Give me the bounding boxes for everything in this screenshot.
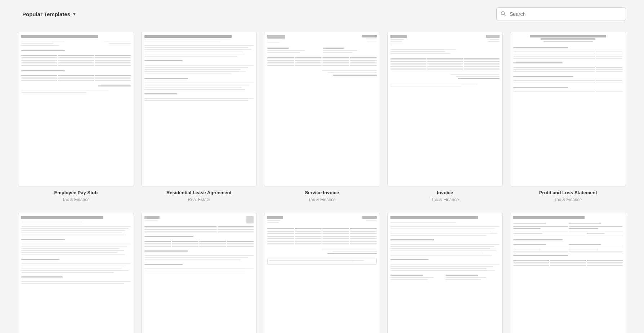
template-thumbnail	[18, 32, 134, 186]
template-thumbnail	[510, 32, 626, 186]
chevron-down-icon: ▾	[73, 12, 75, 17]
template-thumbnail	[387, 32, 503, 186]
template-name: Profit and Loss Statement	[539, 190, 597, 196]
template-category: Tax & Finance	[308, 197, 336, 202]
template-card[interactable]: Patient Intake Form Medical	[510, 213, 626, 333]
top-bar: Popular Templates ▾	[14, 7, 630, 21]
template-name: Residential Lease Agreement	[166, 190, 232, 196]
template-card[interactable]: Profit and Loss Statement Tax & Finance	[510, 32, 626, 202]
search-input[interactable]	[496, 7, 626, 21]
template-thumbnail	[264, 213, 380, 333]
popular-templates-button[interactable]: Popular Templates ▾	[18, 8, 80, 20]
search-container	[496, 7, 626, 21]
template-category: Real Estate	[188, 197, 210, 202]
template-category: Tax & Finance	[431, 197, 459, 202]
template-card[interactable]: Employment Contract HR	[18, 213, 134, 333]
template-card[interactable]: Employee Pay Stub Tax & Finance	[18, 32, 134, 202]
template-thumbnail	[141, 32, 257, 186]
template-category: Tax & Finance	[62, 197, 90, 202]
template-name: Employee Pay Stub	[54, 190, 98, 196]
template-thumbnail	[18, 213, 134, 333]
template-thumbnail	[264, 32, 380, 186]
template-card[interactable]: Statement Tax & Finance	[264, 213, 380, 333]
template-category: Tax & Finance	[554, 197, 582, 202]
template-card[interactable]: Service Invoice Tax & Finance	[264, 32, 380, 202]
template-card[interactable]: Invoice Tax & Finance	[387, 32, 503, 202]
template-card[interactable]: Public Insurance Adjuster Contract Insur…	[387, 213, 503, 333]
svg-line-1	[504, 14, 506, 16]
template-name: Service Invoice	[305, 190, 339, 196]
template-card[interactable]: Medical Report Medical	[141, 213, 257, 333]
template-card[interactable]: Residential Lease Agreement Real Estate	[141, 32, 257, 202]
templates-grid: Employee Pay Stub Tax & Finance	[14, 32, 630, 333]
template-name: Invoice	[437, 190, 453, 196]
page-container: Popular Templates ▾	[0, 0, 644, 333]
search-icon	[501, 11, 506, 17]
popular-templates-label: Popular Templates	[22, 11, 70, 17]
template-thumbnail	[510, 213, 626, 333]
template-thumbnail	[387, 213, 503, 333]
template-thumbnail	[141, 213, 257, 333]
